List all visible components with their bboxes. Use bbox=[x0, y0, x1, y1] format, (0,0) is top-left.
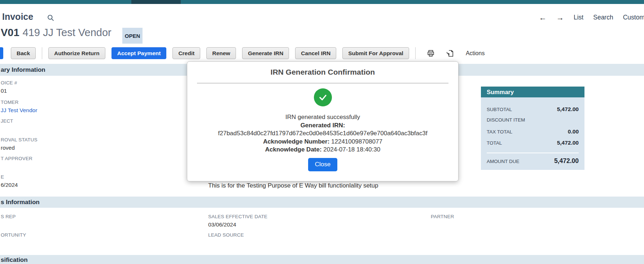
field-approval-status: ROVAL STATUS roved bbox=[1, 137, 38, 151]
section-primary-label: ary Information bbox=[0, 66, 45, 74]
page-title: Invoice bbox=[2, 12, 33, 22]
ack-number-label: Acknowledge Number: bbox=[263, 138, 329, 145]
nav-customize[interactable]: Customiz bbox=[623, 14, 644, 21]
quick-nav: ← → List Search Customiz bbox=[539, 14, 644, 21]
customer-link[interactable]: JJ Test Vendor bbox=[1, 107, 37, 114]
summary-value: 5,472.00 bbox=[557, 106, 579, 113]
section-classification: sification bbox=[0, 255, 644, 264]
generated-irn-value: f27bad53c84d0c27fd1797d672ec0d0e84535c1d… bbox=[187, 129, 458, 137]
summary-row-subtotal: SUBTOTAL 5,472.00 bbox=[487, 106, 579, 117]
status-badge: OPEN bbox=[122, 28, 143, 44]
search-icon[interactable] bbox=[47, 14, 54, 21]
summary-row-amount-due: AMOUNT DUE 5,472.00 bbox=[487, 153, 579, 165]
summary-value: 0.00 bbox=[568, 128, 579, 135]
ack-date-label: Acknowledge Date: bbox=[265, 146, 322, 153]
generate-irn-button[interactable]: Generate IRN bbox=[242, 47, 289, 59]
ack-number-line: Acknowledge Number: 122410098708077 bbox=[187, 138, 458, 146]
summary-label: TAX TOTAL bbox=[487, 129, 512, 135]
field-value: 03/06/2024 bbox=[208, 221, 267, 228]
summary-value: 5,472.00 bbox=[557, 140, 579, 146]
ack-date-line: Acknowledge Date: 2024-07-18 18:40:30 bbox=[187, 146, 458, 154]
field-label: E bbox=[1, 174, 18, 180]
field-label: OICE # bbox=[1, 80, 17, 85]
field-date: E 6/2024 bbox=[1, 174, 18, 188]
summary-row-total: TOTAL 5,472.00 bbox=[487, 140, 579, 151]
field-sales-effective-date: SALES EFFECTIVE DATE 03/06/2024 bbox=[208, 214, 267, 228]
field-opportunity: ORTUNITY bbox=[1, 232, 26, 238]
record-number: V01 bbox=[1, 27, 19, 38]
field-lead-source: LEAD SOURCE bbox=[208, 232, 244, 238]
ack-number-value: 122410098708077 bbox=[329, 138, 382, 145]
field-label: TOMER bbox=[1, 100, 37, 105]
summary-label: SUBTOTAL bbox=[487, 107, 512, 112]
success-message: IRN generated successfully bbox=[187, 113, 458, 121]
actions-menu[interactable]: Actions bbox=[466, 50, 485, 57]
summary-body: SUBTOTAL 5,472.00 DISCOUNT ITEM TAX TOTA… bbox=[481, 97, 584, 170]
field-label: SALES EFFECTIVE DATE bbox=[208, 214, 267, 219]
summary-label: AMOUNT DUE bbox=[487, 159, 520, 164]
nav-search[interactable]: Search bbox=[593, 14, 613, 21]
field-sales-rep: S REP bbox=[1, 214, 16, 219]
printer-icon[interactable] bbox=[427, 49, 435, 57]
section-classification-label: sification bbox=[0, 255, 28, 264]
field-label: ROVAL STATUS bbox=[1, 137, 38, 142]
close-button[interactable]: Close bbox=[308, 158, 337, 171]
field-label: S REP bbox=[1, 214, 16, 219]
summary-label: TOTAL bbox=[487, 140, 502, 146]
dialog-title: IRN Generation Confirmation bbox=[187, 68, 458, 76]
cancel-irn-button[interactable]: Cancel IRN bbox=[295, 47, 336, 59]
record-title: V01419 JJ Test Vendor bbox=[1, 27, 111, 39]
toolbar-divider bbox=[415, 47, 416, 59]
dialog-title-divider bbox=[197, 83, 448, 83]
summary-row-tax-total: TAX TOTAL 0.00 bbox=[487, 128, 579, 140]
accept-payment-button[interactable]: Accept Payment bbox=[111, 47, 167, 59]
summary-row-discount-item: DISCOUNT ITEM bbox=[487, 117, 579, 128]
nav-list[interactable]: List bbox=[574, 14, 583, 21]
field-label: ORTUNITY bbox=[1, 232, 26, 238]
field-label: PARTNER bbox=[431, 214, 454, 219]
summary-header: Summary bbox=[481, 87, 584, 97]
credit-button[interactable]: Credit bbox=[172, 47, 200, 59]
field-invoice-number: OICE # 01 bbox=[1, 80, 17, 94]
field-label: T APPROVER bbox=[1, 156, 32, 161]
generated-irn-label: Generated IRN: bbox=[187, 122, 458, 129]
field-label: LEAD SOURCE bbox=[208, 232, 244, 238]
irn-confirmation-dialog: IRN Generation Confirmation IRN generate… bbox=[187, 61, 459, 181]
section-sales-label: s Information bbox=[0, 199, 40, 206]
success-check-icon bbox=[314, 88, 332, 106]
back-arrow-icon[interactable]: ← bbox=[539, 14, 547, 21]
field-value: 01 bbox=[1, 88, 17, 94]
field-partner: PARTNER bbox=[431, 214, 454, 219]
top-bar-dark-segment bbox=[131, 0, 181, 4]
submit-for-approval-button[interactable]: Submit For Approval bbox=[342, 47, 409, 59]
toolbar-divider bbox=[42, 47, 42, 59]
section-sales-information: s Information bbox=[0, 197, 644, 208]
summary-value: 5,472.00 bbox=[554, 157, 579, 165]
invoice-page: Invoice V01419 JJ Test Vendor OPEN ← → L… bbox=[0, 0, 644, 264]
toolbar: Back Authorize Return Accept Payment Cre… bbox=[0, 47, 644, 59]
field-customer: TOMER JJ Test Vendor bbox=[1, 100, 37, 114]
field-label: JECT bbox=[1, 118, 13, 124]
ack-date-value: 2024-07-18 18:40:30 bbox=[322, 146, 381, 153]
renew-button[interactable]: Renew bbox=[206, 47, 236, 59]
summary-label: DISCOUNT ITEM bbox=[487, 117, 525, 123]
edit-button-clipped[interactable] bbox=[0, 47, 3, 59]
forward-arrow-icon[interactable]: → bbox=[556, 14, 564, 21]
top-bar bbox=[0, 0, 644, 4]
summary-card: Summary SUBTOTAL 5,472.00 DISCOUNT ITEM … bbox=[481, 87, 584, 170]
record-name: 419 JJ Test Vendor bbox=[23, 27, 111, 38]
field-next-approver: T APPROVER bbox=[1, 156, 32, 161]
field-value: 6/2024 bbox=[1, 182, 18, 188]
field-value: roved bbox=[1, 145, 38, 151]
field-project: JECT bbox=[1, 118, 13, 124]
authorize-return-button[interactable]: Authorize Return bbox=[48, 47, 105, 59]
memo-text: This is for the Testing Purpose of E Way… bbox=[208, 182, 378, 189]
back-button[interactable]: Back bbox=[11, 47, 36, 59]
document-arrow-icon[interactable] bbox=[446, 49, 454, 57]
